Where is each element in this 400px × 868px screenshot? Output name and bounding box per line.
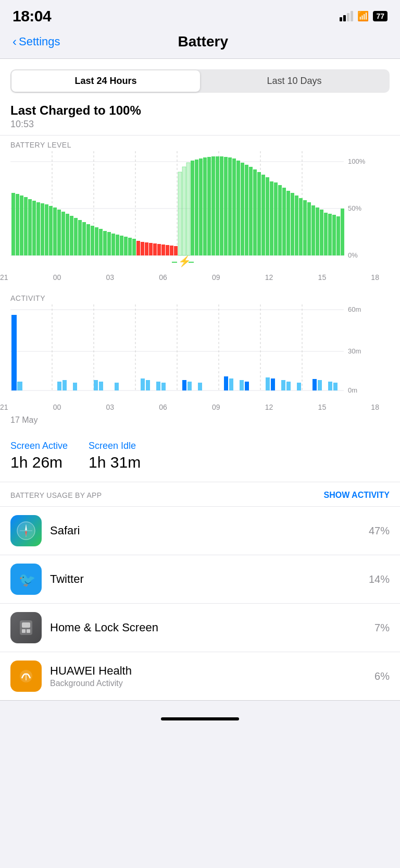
svg-rect-91 bbox=[336, 216, 340, 255]
svg-rect-61 bbox=[211, 156, 215, 255]
svg-rect-82 bbox=[299, 198, 303, 255]
list-item[interactable]: 🐦 Twitter 14% bbox=[0, 555, 400, 603]
status-time: 18:04 bbox=[12, 7, 51, 25]
svg-rect-128 bbox=[266, 377, 270, 390]
svg-rect-43 bbox=[136, 241, 140, 255]
signal-bars-icon bbox=[340, 11, 353, 21]
list-item[interactable]: Home & Lock Screen 7% bbox=[0, 603, 400, 652]
usage-section-header: BATTERY USAGE BY APP SHOW ACTIVITY bbox=[0, 482, 400, 506]
show-activity-button[interactable]: SHOW ACTIVITY bbox=[323, 491, 390, 500]
main-card: Last 24 Hours Last 10 Days Last Charged … bbox=[0, 58, 400, 701]
svg-text:50%: 50% bbox=[348, 204, 361, 212]
svg-rect-81 bbox=[295, 195, 298, 255]
back-button[interactable]: ‹ Settings bbox=[12, 34, 60, 49]
activity-chart-section: ACTIVITY 60m 30m 0m bbox=[0, 289, 400, 430]
svg-rect-86 bbox=[316, 207, 319, 255]
svg-rect-129 bbox=[271, 378, 275, 390]
list-item[interactable]: HUAWEI Health Background Activity 6% bbox=[0, 652, 400, 700]
screen-time-section: Screen Active 1h 26m Screen Idle 1h 31m bbox=[0, 430, 400, 482]
home-indicator bbox=[0, 711, 400, 727]
svg-rect-48 bbox=[157, 244, 161, 255]
svg-rect-32 bbox=[91, 226, 94, 255]
svg-rect-20 bbox=[41, 203, 44, 255]
svg-rect-123 bbox=[198, 383, 202, 390]
svg-rect-55 bbox=[186, 163, 190, 255]
svg-rect-85 bbox=[311, 205, 315, 255]
activity-chart-label: ACTIVITY bbox=[0, 294, 400, 302]
svg-rect-53 bbox=[178, 172, 182, 255]
svg-text:0m: 0m bbox=[348, 386, 357, 394]
svg-rect-14 bbox=[16, 194, 19, 255]
svg-rect-121 bbox=[182, 380, 186, 390]
svg-text:100%: 100% bbox=[348, 157, 366, 165]
last-charged-time: 10:53 bbox=[10, 119, 390, 130]
svg-rect-132 bbox=[297, 383, 301, 390]
huawei-percent: 6% bbox=[374, 670, 390, 682]
battery-chart-svg: 100% 50% 0% bbox=[10, 151, 369, 271]
svg-rect-117 bbox=[141, 378, 145, 390]
back-label: Settings bbox=[19, 35, 60, 48]
svg-rect-49 bbox=[161, 244, 165, 255]
svg-rect-64 bbox=[224, 157, 228, 255]
svg-rect-90 bbox=[332, 215, 336, 255]
activity-chart-time-labels: 21 00 03 06 09 12 15 18 bbox=[0, 401, 400, 413]
svg-rect-133 bbox=[312, 379, 317, 390]
list-item[interactable]: Safari 47% bbox=[0, 506, 400, 555]
status-bar: 18:04 📶 77 bbox=[0, 0, 400, 29]
huawei-name: HUAWEI Health bbox=[50, 664, 366, 678]
svg-rect-80 bbox=[291, 193, 294, 255]
twitter-name: Twitter bbox=[50, 572, 360, 586]
screen-idle-label: Screen Idle bbox=[89, 441, 141, 451]
huawei-sub: Background Activity bbox=[50, 679, 366, 688]
huawei-app-icon bbox=[10, 661, 42, 692]
chart-date-label: 17 May bbox=[0, 413, 400, 430]
svg-rect-136 bbox=[333, 383, 338, 390]
activity-chart-svg: 60m 30m 0m bbox=[10, 304, 369, 401]
svg-rect-119 bbox=[156, 382, 160, 390]
svg-rect-16 bbox=[24, 197, 28, 255]
screen-idle-value: 1h 31m bbox=[89, 454, 141, 471]
battery-chart-wrapper: 100% 50% 0% bbox=[10, 151, 390, 271]
svg-text:⚡: ⚡ bbox=[178, 255, 191, 267]
svg-rect-116 bbox=[115, 383, 119, 390]
svg-rect-146 bbox=[22, 629, 26, 633]
svg-rect-126 bbox=[240, 380, 244, 390]
svg-rect-28 bbox=[74, 218, 78, 255]
svg-rect-18 bbox=[32, 201, 36, 255]
svg-rect-30 bbox=[82, 222, 86, 255]
svg-rect-68 bbox=[241, 163, 244, 255]
home-indicator-bar bbox=[161, 717, 239, 720]
segment-control[interactable]: Last 24 Hours Last 10 Days bbox=[10, 69, 390, 93]
svg-rect-46 bbox=[149, 243, 153, 255]
svg-rect-92 bbox=[341, 209, 344, 255]
battery-chart-time-labels: 21 00 03 06 09 12 15 18 bbox=[0, 271, 400, 284]
svg-rect-71 bbox=[253, 169, 257, 255]
screen-active-label: Screen Active bbox=[10, 441, 68, 451]
svg-text:30m: 30m bbox=[348, 347, 361, 355]
svg-rect-115 bbox=[99, 382, 103, 390]
segment-10d[interactable]: Last 10 Days bbox=[200, 70, 389, 92]
svg-rect-51 bbox=[170, 246, 173, 255]
svg-rect-125 bbox=[229, 378, 233, 390]
svg-rect-112 bbox=[63, 380, 67, 390]
svg-rect-118 bbox=[146, 380, 150, 390]
svg-rect-54 bbox=[182, 167, 186, 255]
svg-rect-36 bbox=[107, 232, 111, 255]
homescreen-app-icon bbox=[10, 612, 42, 643]
svg-rect-58 bbox=[199, 158, 203, 255]
svg-rect-122 bbox=[188, 382, 192, 390]
status-icons: 📶 77 bbox=[340, 10, 388, 22]
nav-bar: ‹ Settings Battery bbox=[0, 29, 400, 58]
svg-rect-69 bbox=[245, 165, 248, 255]
activity-chart-wrapper: 60m 30m 0m bbox=[10, 304, 390, 401]
svg-rect-79 bbox=[286, 191, 290, 255]
svg-rect-22 bbox=[49, 206, 53, 255]
svg-rect-109 bbox=[11, 315, 17, 390]
wifi-icon: 📶 bbox=[357, 10, 369, 22]
svg-rect-60 bbox=[207, 157, 211, 255]
svg-rect-35 bbox=[103, 231, 107, 255]
svg-rect-59 bbox=[203, 157, 207, 255]
svg-rect-78 bbox=[282, 188, 286, 255]
svg-rect-88 bbox=[324, 213, 328, 255]
segment-24h[interactable]: Last 24 Hours bbox=[11, 70, 200, 92]
